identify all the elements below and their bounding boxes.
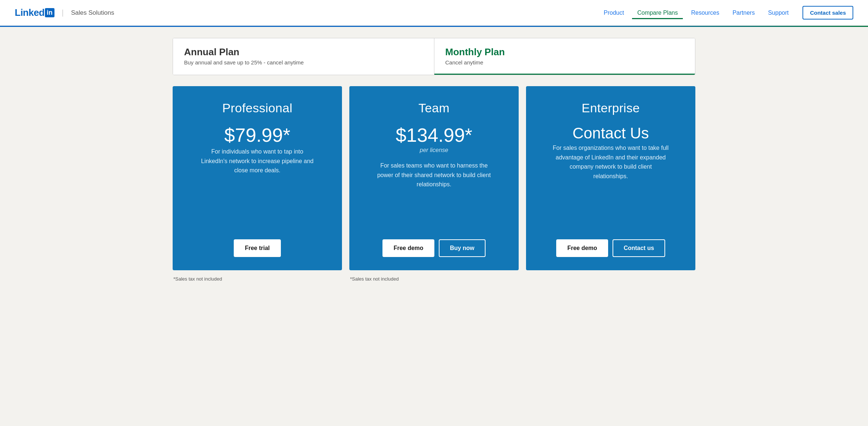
professional-footnote: *Sales tax not included — [173, 276, 342, 282]
nav-item-compare-plans[interactable]: Compare Plans — [632, 7, 683, 19]
nav-item-product[interactable]: Product — [599, 7, 629, 19]
linkedin-logo[interactable]: Linkedin — [15, 7, 54, 18]
team-buy-now-button[interactable]: Buy now — [439, 239, 486, 257]
sales-solutions-label: Sales Solutions — [71, 9, 114, 17]
main-nav: Product Compare Plans Resources Partners… — [599, 6, 853, 20]
team-free-demo-button[interactable]: Free demo — [382, 239, 434, 257]
logo-divider: | — [62, 8, 64, 17]
professional-card-price: $79.99* — [224, 126, 290, 145]
team-footnote-text: *Sales tax not included — [350, 276, 399, 282]
linkedin-text: Linked — [15, 7, 45, 18]
footnotes: *Sales tax not included *Sales tax not i… — [173, 276, 695, 282]
pricing-cards: Professional $79.99* For individuals who… — [173, 86, 695, 270]
monthly-plan-subtitle: Cancel anytime — [445, 59, 684, 66]
nav-item-partners[interactable]: Partners — [727, 7, 760, 19]
linkedin-in-badge: in — [45, 8, 54, 17]
header: Linkedin | Sales Solutions Product Compa… — [0, 0, 868, 26]
team-card-buttons: Free demo Buy now — [382, 239, 486, 257]
team-card-description: For sales teams who want to harness the … — [375, 161, 493, 201]
professional-card: Professional $79.99* For individuals who… — [173, 86, 342, 270]
enterprise-card-price: Contact Us — [572, 126, 649, 141]
team-card-price-sub: per license — [420, 147, 448, 154]
professional-card-description: For individuals who want to tap into Lin… — [198, 147, 316, 187]
team-card-price: $134.99* — [396, 126, 472, 145]
team-card-title: Team — [419, 101, 449, 115]
enterprise-card-buttons: Free demo Contact us — [556, 239, 665, 257]
professional-card-buttons: Free trial — [234, 239, 281, 257]
annual-plan-title: Annual Plan — [184, 46, 423, 58]
monthly-plan-tab[interactable]: Monthly Plan Cancel anytime — [434, 38, 695, 75]
nav-item-support[interactable]: Support — [763, 7, 794, 19]
enterprise-free-demo-button[interactable]: Free demo — [556, 239, 608, 257]
enterprise-card: Enterprise Contact Us For sales organiza… — [526, 86, 695, 270]
team-footnote: *Sales tax not included — [349, 276, 519, 282]
main-content: Annual Plan Buy annual and save up to 25… — [158, 27, 710, 304]
professional-card-title: Professional — [222, 101, 293, 115]
professional-free-trial-button[interactable]: Free trial — [234, 239, 281, 257]
enterprise-card-title: Enterprise — [582, 101, 640, 115]
contact-sales-button[interactable]: Contact sales — [802, 6, 853, 20]
monthly-plan-title: Monthly Plan — [445, 46, 684, 58]
enterprise-footnote — [526, 276, 695, 282]
annual-plan-tab[interactable]: Annual Plan Buy annual and save up to 25… — [173, 38, 434, 75]
plan-toggle[interactable]: Annual Plan Buy annual and save up to 25… — [173, 38, 695, 75]
enterprise-contact-us-button[interactable]: Contact us — [613, 239, 665, 257]
logo-area: Linkedin | Sales Solutions — [15, 7, 114, 18]
enterprise-card-description: For sales organizations who want to take… — [552, 143, 670, 193]
professional-footnote-text: *Sales tax not included — [173, 276, 222, 282]
nav-item-resources[interactable]: Resources — [686, 7, 724, 19]
annual-plan-subtitle: Buy annual and save up to 25% - cancel a… — [184, 59, 423, 66]
team-card: Team $134.99* per license For sales team… — [349, 86, 519, 270]
